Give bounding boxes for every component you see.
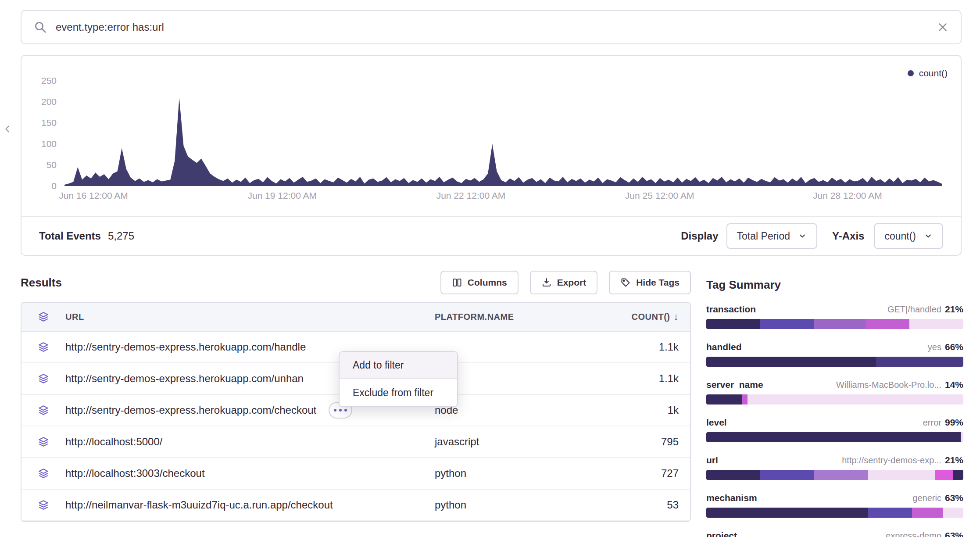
column-header-url[interactable]: URL bbox=[65, 312, 435, 322]
tag-bar-segment bbox=[953, 470, 963, 480]
yaxis-select-value: count() bbox=[884, 230, 916, 242]
tag-top-value: yes bbox=[928, 342, 941, 352]
tag-icon bbox=[620, 277, 631, 288]
clear-search-icon[interactable] bbox=[937, 21, 948, 33]
columns-button[interactable]: Columns bbox=[440, 271, 519, 294]
tag-name: transaction bbox=[706, 304, 756, 315]
tag-top-value: error bbox=[923, 418, 941, 428]
count-cell: 53 bbox=[592, 499, 692, 511]
export-button-label: Export bbox=[557, 277, 587, 288]
table-row[interactable]: http://localhost:5000/ javascript 795 bbox=[21, 426, 690, 458]
stack-icon bbox=[21, 468, 65, 479]
tag-summary-heading: Tag Summary bbox=[706, 278, 963, 292]
tag-top-value: generic bbox=[912, 493, 941, 503]
tag-name: server_name bbox=[706, 379, 763, 390]
tag-item-transaction: transaction GET|/handled 21% bbox=[706, 304, 963, 329]
tag-top-value: GET|/handled bbox=[887, 304, 941, 315]
tag-item-project: project express-demo 63% bbox=[706, 530, 963, 537]
yaxis-select[interactable]: count() bbox=[874, 223, 943, 249]
tag-percent: 21% bbox=[945, 304, 963, 315]
tag-percent: 21% bbox=[945, 455, 963, 465]
chart-footer: Total Events 5,275 Display Total Period … bbox=[21, 216, 961, 255]
stack-icon bbox=[21, 499, 65, 511]
tag-percent: 63% bbox=[945, 530, 963, 537]
add-to-filter-menu-item[interactable]: Add to filter bbox=[340, 352, 457, 379]
tag-bar-segment bbox=[706, 394, 742, 405]
tag-summary-panel: Tag Summary transaction GET|/handled 21%… bbox=[706, 278, 963, 537]
legend-dot bbox=[908, 70, 914, 76]
count-header-label: COUNT() bbox=[632, 312, 670, 322]
search-bar bbox=[21, 10, 962, 44]
events-chart-svg bbox=[64, 81, 942, 186]
count-series-area bbox=[64, 97, 942, 186]
tag-bar-segment bbox=[912, 508, 943, 518]
tag-bar[interactable] bbox=[706, 432, 963, 442]
tag-bar-segment bbox=[909, 319, 963, 329]
tag-bar[interactable] bbox=[706, 508, 963, 518]
tag-bar-segment bbox=[961, 432, 963, 442]
table-row[interactable]: http://neilmanvar-flask-m3uuizd7iq-uc.a.… bbox=[21, 490, 690, 521]
exclude-from-filter-menu-item[interactable]: Exclude from filter bbox=[340, 379, 457, 406]
display-select[interactable]: Total Period bbox=[726, 223, 817, 249]
url-cell: http://sentry-demos-express.herokuapp.co… bbox=[65, 372, 304, 385]
stack-icon bbox=[21, 405, 65, 416]
tag-bar-segment bbox=[706, 508, 868, 518]
tag-bar-segment bbox=[742, 394, 748, 405]
tag-bar[interactable] bbox=[706, 394, 963, 405]
platform-cell: node bbox=[435, 404, 592, 416]
tag-percent: 66% bbox=[945, 342, 963, 352]
x-tick-label: Jun 28 12:00 AM bbox=[813, 190, 882, 201]
count-cell: 1.1k bbox=[592, 341, 692, 353]
table-row[interactable]: http://localhost:3003/checkout python 72… bbox=[21, 458, 690, 490]
x-tick-label: Jun 16 12:00 AM bbox=[59, 190, 128, 201]
tag-bar-segment bbox=[706, 470, 760, 480]
chart-legend[interactable]: count() bbox=[908, 68, 948, 79]
tag-bar[interactable] bbox=[706, 470, 963, 480]
hide-tags-button[interactable]: Hide Tags bbox=[609, 271, 691, 294]
sort-desc-icon: ↓ bbox=[674, 311, 679, 322]
total-events-value: 5,275 bbox=[108, 230, 134, 242]
url-cell: http://neilmanvar-flask-m3uuizd7iq-uc.a.… bbox=[65, 499, 333, 511]
table-header-row: URL PLATFORM.NAME COUNT() ↓ bbox=[21, 303, 690, 332]
tag-bar[interactable] bbox=[706, 319, 963, 329]
tag-top-value: http://sentry-demos-exp... bbox=[842, 455, 941, 465]
results-table: URL PLATFORM.NAME COUNT() ↓ http://sentr… bbox=[21, 302, 691, 522]
chevron-down-icon bbox=[798, 232, 807, 240]
tag-bar-segment bbox=[706, 357, 876, 367]
tag-top-value: express-demo bbox=[886, 531, 941, 537]
columns-icon bbox=[452, 277, 462, 288]
sidebar-collapse-chevron-icon[interactable] bbox=[3, 124, 12, 134]
column-header-platform[interactable]: PLATFORM.NAME bbox=[435, 312, 592, 322]
cell-action-menu: Add to filter Exclude from filter bbox=[339, 351, 458, 407]
tag-percent: 14% bbox=[945, 379, 963, 390]
legend-count-label: count() bbox=[919, 68, 948, 79]
x-tick-label: Jun 25 12:00 AM bbox=[625, 190, 694, 201]
tag-bar-segment bbox=[876, 357, 963, 367]
count-cell: 727 bbox=[592, 467, 692, 480]
search-input[interactable] bbox=[56, 21, 928, 33]
tag-bar-segment bbox=[943, 508, 963, 518]
tag-bar-segment bbox=[814, 470, 868, 480]
stack-icon bbox=[21, 373, 65, 384]
platform-cell: javascript bbox=[435, 436, 592, 448]
y-tick-label: 200 bbox=[21, 96, 57, 107]
y-tick-label: 50 bbox=[21, 159, 57, 171]
results-title: Results bbox=[21, 276, 62, 290]
events-chart-panel: count() 250200150100500 Jun 16 12:00 AMJ… bbox=[21, 55, 962, 256]
tag-bar-segment bbox=[868, 508, 912, 518]
tag-name: url bbox=[706, 455, 718, 465]
y-tick-label: 250 bbox=[21, 75, 57, 86]
url-cell: http://localhost:3003/checkout bbox=[65, 467, 205, 480]
platform-cell: python bbox=[435, 499, 592, 511]
column-header-count[interactable]: COUNT() ↓ bbox=[592, 311, 692, 322]
y-tick-label: 100 bbox=[21, 138, 57, 150]
tag-name: level bbox=[706, 417, 727, 428]
count-cell: 1k bbox=[592, 404, 692, 416]
tag-bar-segment bbox=[706, 319, 760, 329]
tag-bar-segment bbox=[868, 470, 935, 480]
export-button[interactable]: Export bbox=[530, 271, 598, 294]
tag-bar-segment bbox=[935, 470, 953, 480]
total-events-label: Total Events bbox=[39, 230, 101, 242]
results-header: Results Columns Export Hide Tags bbox=[21, 270, 691, 295]
tag-bar[interactable] bbox=[706, 357, 963, 367]
